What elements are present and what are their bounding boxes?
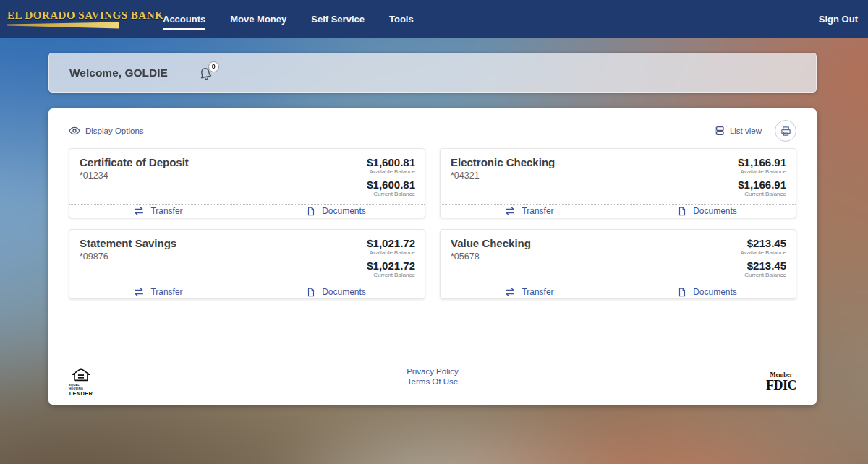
available-balance-label: Available Balance — [367, 168, 415, 176]
current-balance-label: Current Balance — [367, 272, 415, 279]
display-options-label: Display Options — [85, 126, 144, 135]
accounts-panel: Display Options List view — [48, 108, 817, 405]
account-card-statement-savings[interactable]: Statement Savings *09876 $1,021.72 Avail… — [69, 229, 425, 299]
document-icon — [306, 287, 316, 298]
available-balance-amount: $1,600.81 — [367, 156, 415, 168]
current-balance-label: Current Balance — [741, 272, 786, 279]
list-view-toggle[interactable]: List view — [713, 125, 762, 137]
nav-tab-move-money-label: Move Money — [230, 14, 286, 25]
sign-out-button[interactable]: Sign Out — [819, 14, 858, 25]
accounts-grid: Certificate of Deposit *01234 $1,600.81 … — [69, 148, 796, 299]
account-number: *05678 — [451, 252, 531, 262]
available-balance-label: Available Balance — [738, 168, 786, 176]
current-balance-amount: $1,600.81 — [367, 179, 415, 191]
privacy-policy-link[interactable]: Privacy Policy — [48, 367, 817, 377]
account-name: Certificate of Deposit — [80, 156, 189, 168]
transfer-arrows-icon — [133, 287, 145, 297]
documents-label: Documents — [693, 287, 737, 297]
nav-tab-tools-label: Tools — [389, 14, 414, 25]
available-balance-label: Available Balance — [741, 249, 786, 257]
eye-icon — [69, 125, 80, 137]
nav-tab-move-money[interactable]: Move Money — [230, 0, 286, 38]
documents-button[interactable]: Documents — [618, 205, 796, 218]
available-balance-amount: $1,166.91 — [738, 156, 786, 168]
print-button[interactable] — [775, 120, 796, 142]
transfer-label: Transfer — [150, 206, 182, 216]
account-card-value-checking[interactable]: Value Checking *05678 $213.45 Available … — [440, 229, 796, 299]
documents-button[interactable]: Documents — [618, 285, 796, 298]
transfer-button[interactable]: Transfer — [69, 205, 247, 218]
available-balance-amount: $213.45 — [741, 237, 786, 249]
notifications-button[interactable]: 0 — [198, 66, 213, 80]
list-view-label: List view — [730, 126, 762, 135]
transfer-label: Transfer — [150, 287, 182, 297]
transfer-button[interactable]: Transfer — [441, 285, 618, 298]
panel-footer: EQUAL HOUSING LENDER Privacy Policy Term… — [48, 358, 817, 405]
logo-swoosh — [7, 22, 119, 29]
welcome-banner: Welcome, GOLDIE 0 — [48, 53, 817, 93]
transfer-button[interactable]: Transfer — [441, 205, 618, 218]
nav-tab-accounts-label: Accounts — [163, 14, 205, 25]
nav-tab-accounts[interactable]: Accounts — [163, 0, 205, 38]
account-card-certificate-of-deposit[interactable]: Certificate of Deposit *01234 $1,600.81 … — [69, 148, 425, 218]
account-number: *04321 — [451, 171, 555, 181]
notification-count-badge: 0 — [208, 61, 219, 72]
documents-button[interactable]: Documents — [247, 205, 425, 218]
available-balance-label: Available Balance — [367, 249, 415, 257]
transfer-label: Transfer — [522, 206, 553, 216]
available-balance-amount: $1,021.72 — [367, 237, 415, 249]
current-balance-amount: $213.45 — [741, 259, 786, 272]
transfer-label: Transfer — [522, 287, 553, 297]
bank-logo[interactable]: EL DORADO SAVINGS BANK — [7, 9, 127, 29]
transfer-arrows-icon — [504, 287, 516, 297]
transfer-arrows-icon — [133, 206, 145, 216]
transfer-button[interactable]: Transfer — [69, 285, 247, 298]
display-options-button[interactable]: Display Options — [69, 125, 144, 137]
primary-nav: Accounts Move Money Self Service Tools — [163, 0, 414, 38]
account-card-electronic-checking[interactable]: Electronic Checking *04321 $1,166.91 Ava… — [440, 148, 796, 218]
account-number: *09876 — [80, 252, 176, 262]
list-view-icon — [713, 125, 725, 137]
current-balance-amount: $1,021.72 — [367, 259, 415, 272]
welcome-greeting: Welcome, GOLDIE — [69, 66, 168, 80]
documents-label: Documents — [322, 206, 366, 216]
account-name: Electronic Checking — [451, 156, 555, 168]
nav-tab-tools[interactable]: Tools — [389, 0, 414, 38]
terms-of-use-link[interactable]: Terms Of Use — [48, 377, 817, 387]
legal-links: Privacy Policy Terms Of Use — [48, 367, 817, 387]
documents-button[interactable]: Documents — [247, 285, 425, 298]
current-balance-label: Current Balance — [367, 191, 415, 198]
lender-text: LENDER — [69, 390, 93, 397]
documents-label: Documents — [322, 287, 366, 297]
account-name: Value Checking — [451, 237, 531, 249]
account-name: Statement Savings — [80, 237, 176, 249]
nav-tab-self-service[interactable]: Self Service — [311, 0, 365, 38]
accounts-toolbar: Display Options List view — [69, 123, 796, 139]
bank-logo-text: EL DORADO SAVINGS BANK — [7, 9, 127, 22]
transfer-arrows-icon — [504, 206, 516, 216]
nav-tab-self-service-label: Self Service — [311, 14, 365, 25]
account-number: *01234 — [80, 171, 189, 181]
printer-icon — [780, 126, 791, 137]
document-icon — [677, 287, 687, 298]
document-icon — [677, 206, 687, 217]
documents-label: Documents — [693, 206, 737, 216]
current-balance-amount: $1,166.91 — [738, 179, 786, 191]
top-navbar: EL DORADO SAVINGS BANK Accounts Move Mon… — [0, 0, 868, 38]
document-icon — [306, 206, 316, 217]
current-balance-label: Current Balance — [738, 191, 786, 198]
